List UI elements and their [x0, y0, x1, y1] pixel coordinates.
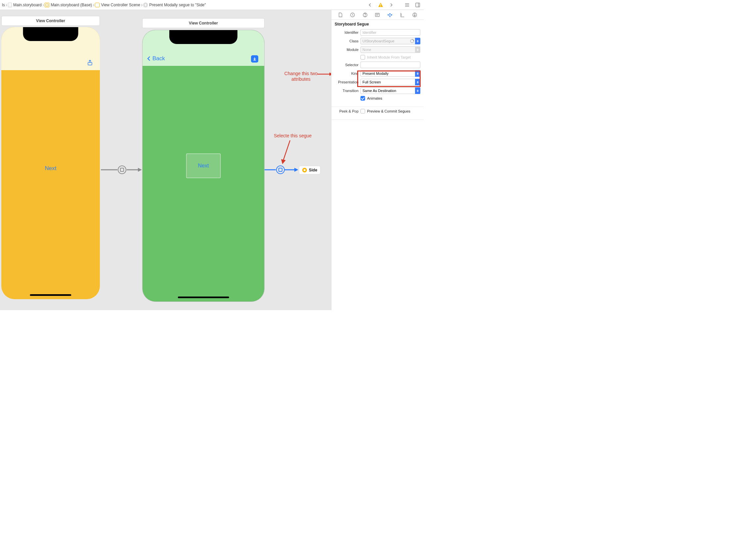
view-controller-left[interactable]: Next	[1, 27, 100, 299]
svg-rect-1	[380, 6, 381, 7]
preview-commit-checkbox[interactable]	[361, 109, 365, 113]
annotation-arrow-1	[280, 140, 294, 167]
segue-inspector-section: Storyboard Segue Identifier Class	[331, 20, 424, 107]
module-label: Module	[335, 48, 359, 52]
back-label: Back	[152, 55, 165, 62]
scene-icon	[95, 3, 100, 7]
storyboard-ref-label: Side	[309, 168, 317, 172]
module-input[interactable]	[361, 46, 420, 53]
home-indicator	[178, 296, 229, 298]
svg-marker-16	[281, 159, 286, 164]
warning-icon[interactable]	[377, 1, 385, 9]
document-icon	[8, 3, 12, 7]
breadcrumb-label: Present Modally segue to "Side"	[149, 3, 206, 7]
breadcrumb-item-1[interactable]: Main.storyboard	[7, 3, 42, 7]
animates-label: Animates	[367, 96, 382, 100]
annotation-arrow-2	[317, 72, 331, 76]
size-inspector-tab[interactable]	[399, 11, 406, 18]
main-area: View Controller Next View Controller	[0, 10, 424, 310]
scene-title-left[interactable]: View Controller	[1, 16, 100, 26]
scene-title-label: View Controller	[189, 21, 218, 25]
file-inspector-tab[interactable]	[337, 11, 344, 18]
segue-icon	[143, 3, 148, 7]
identifier-row: Identifier	[335, 29, 420, 36]
annotation-line2: attributes	[291, 76, 311, 82]
breadcrumb-label: Main.storyboard (Base)	[51, 3, 92, 7]
animates-checkbox[interactable]	[361, 96, 365, 101]
preview-commit-label: Preview & Commit Segues	[367, 109, 411, 113]
nav-back-button[interactable]	[366, 1, 374, 9]
segue-node-push[interactable]	[118, 165, 126, 174]
breadcrumb-label: ls	[2, 3, 5, 7]
adjust-editor-icon[interactable]	[414, 1, 422, 9]
nav-bar-right: Back	[142, 30, 264, 66]
identifier-input[interactable]	[361, 29, 420, 36]
class-label: Class	[335, 39, 359, 43]
home-indicator	[30, 294, 71, 296]
presentation-select-wrap: Full Screen	[361, 79, 420, 86]
svg-marker-10	[138, 168, 142, 172]
inherit-checkbox[interactable]	[361, 55, 365, 60]
next-button[interactable]: Next	[45, 165, 57, 172]
presentation-select[interactable]: Full Screen	[361, 79, 420, 86]
nav-bar-left	[1, 27, 100, 70]
svg-rect-22	[375, 13, 379, 16]
selector-input[interactable]	[361, 62, 420, 68]
svg-rect-5	[416, 3, 420, 7]
inherit-row: Inherit Module From Target	[335, 55, 420, 60]
svg-point-21	[365, 16, 365, 16]
selector-label: Selector	[335, 63, 359, 67]
identifier-label: Identifier	[335, 31, 359, 35]
attributes-inspector-tab[interactable]	[386, 11, 393, 18]
module-select-wrap	[361, 46, 420, 53]
connections-inspector-tab[interactable]	[411, 11, 418, 18]
class-select-wrap	[361, 38, 420, 44]
annotation-change-attrs: Change this two attributes	[281, 71, 321, 82]
class-row: Class	[335, 38, 420, 44]
animates-row: Animates	[335, 96, 420, 101]
reset-icon[interactable]	[410, 39, 414, 43]
storyboard-reference-side[interactable]: Side	[299, 166, 320, 174]
inspector-panel: Storyboard Segue Identifier Class	[331, 10, 424, 310]
scene-title-right[interactable]: View Controller	[142, 18, 265, 28]
kind-row: Kind Present Modally	[335, 70, 420, 77]
breadcrumb-item-0[interactable]: ls	[1, 3, 6, 7]
breadcrumb-label: Main.storyboard	[13, 3, 42, 7]
storyboard-canvas[interactable]: View Controller Next View Controller	[0, 10, 331, 310]
identity-inspector-tab[interactable]	[374, 11, 381, 18]
container-view[interactable]: Next	[186, 154, 220, 178]
breadcrumb-item-4[interactable]: Present Modally segue to "Side"	[142, 3, 206, 7]
scene-title-label: View Controller	[36, 18, 65, 23]
annotation-select-segue: Selecte this segue	[274, 133, 312, 138]
container-label: Next	[198, 163, 209, 169]
download-icon[interactable]	[251, 55, 258, 63]
svg-line-15	[283, 140, 290, 161]
svg-rect-0	[380, 4, 381, 6]
transition-select[interactable]: Same As Destination	[361, 88, 420, 94]
back-button[interactable]: Back	[146, 55, 165, 62]
nav-forward-button[interactable]	[387, 1, 395, 9]
svg-marker-18	[329, 72, 331, 76]
svg-marker-25	[389, 16, 391, 17]
view-controller-right[interactable]: Back Next	[142, 30, 265, 302]
kind-select-wrap: Present Modally	[361, 70, 420, 77]
kind-select[interactable]: Present Modally	[361, 70, 420, 77]
peek-pop-section: Peek & Pop Preview & Commit Segues	[331, 107, 424, 120]
breadcrumb-label: View Controller Scene	[101, 3, 140, 7]
help-inspector-tab[interactable]	[362, 11, 369, 18]
breadcrumb-item-3[interactable]: View Controller Scene	[94, 3, 141, 7]
breadcrumb: ls › Main.storyboard › Main.storyboard (…	[0, 2, 366, 8]
device-notch	[169, 30, 238, 44]
outline-icon[interactable]	[403, 1, 411, 9]
svg-marker-14	[294, 168, 298, 172]
peek-pop-row: Peek & Pop Preview & Commit Segues	[335, 109, 420, 113]
history-inspector-tab[interactable]	[349, 11, 356, 18]
peek-pop-label: Peek & Pop	[335, 109, 359, 113]
editor-nav-controls	[366, 1, 424, 9]
share-icon[interactable]	[87, 59, 93, 67]
presentation-row: Presentation Full Screen	[335, 79, 420, 86]
inspector-tabs	[331, 10, 424, 20]
storyboard-ref-icon	[302, 168, 307, 172]
breadcrumb-item-2[interactable]: Main.storyboard (Base)	[44, 3, 92, 7]
inherit-label: Inherit Module From Target	[367, 55, 411, 59]
